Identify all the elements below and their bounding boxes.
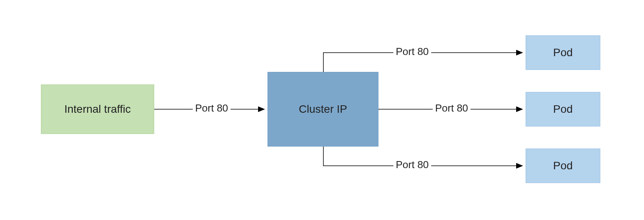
- node-pod-1: Pod: [526, 35, 600, 70]
- node-label: Pod: [553, 103, 573, 116]
- node-pod-3: Pod: [526, 148, 600, 183]
- node-pod-2: Pod: [526, 92, 600, 126]
- node-label: Pod: [553, 46, 573, 59]
- edge-label-service-pod3: Port 80: [393, 159, 431, 171]
- node-label: Pod: [553, 160, 573, 172]
- node-label: Cluster IP: [299, 103, 347, 116]
- edge-label-service-pod1: Port 80: [393, 46, 431, 58]
- diagram-canvas: Internal traffic Cluster IP Pod Pod Pod …: [0, 0, 644, 220]
- edge-label-source-service: Port 80: [193, 102, 231, 114]
- node-label: Internal traffic: [64, 103, 131, 116]
- node-cluster-ip: Cluster IP: [268, 72, 378, 147]
- edge-label-service-pod2: Port 80: [433, 102, 471, 114]
- node-internal-traffic: Internal traffic: [41, 84, 154, 134]
